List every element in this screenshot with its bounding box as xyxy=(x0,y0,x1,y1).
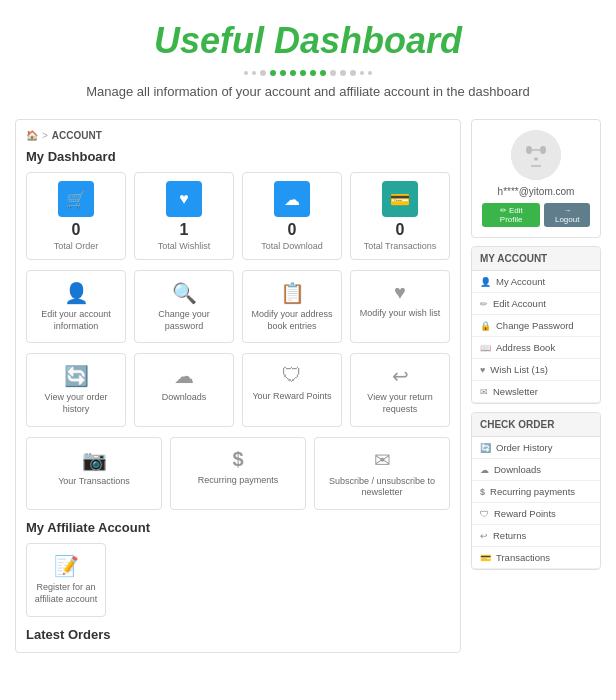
check-order-menu-header: CHECK ORDER xyxy=(472,413,600,437)
breadcrumb-home[interactable]: 🏠 xyxy=(26,130,38,141)
order-history-icon: 🔄 xyxy=(31,364,121,388)
downloads-action-icon: ☁ xyxy=(139,364,229,388)
avatar xyxy=(511,130,561,180)
downloads-menu-icon: ☁ xyxy=(480,465,489,475)
dot xyxy=(310,70,316,76)
change-password-menu-icon: 🔒 xyxy=(480,321,491,331)
my-account-menu-header: MY ACCOUNT xyxy=(472,247,600,271)
dot xyxy=(320,70,326,76)
affiliate-icon: 📝 xyxy=(31,554,101,578)
menu-item-wishlist[interactable]: ♥ Wish List (1s) xyxy=(472,359,600,381)
svg-point-1 xyxy=(526,146,532,154)
menu-item-edit-account-label: Edit Account xyxy=(493,298,546,309)
stats-row: 🛒 0 Total Order ♥ 1 Total Wishlist ☁ 0 T… xyxy=(26,172,450,260)
action-affiliate-register[interactable]: 📝 Register for an affiliate account xyxy=(26,543,106,616)
page-header: Useful Dashboard Manage all information … xyxy=(0,0,616,109)
reward-points-icon: 🛡 xyxy=(247,364,337,387)
action-downloads[interactable]: ☁ Downloads xyxy=(134,353,234,426)
menu-item-reward-points-label: Reward Points xyxy=(494,508,556,519)
menu-item-edit-account[interactable]: ✏ Edit Account xyxy=(472,293,600,315)
order-history-label: View your order history xyxy=(31,392,121,415)
affiliate-label: Register for an affiliate account xyxy=(31,582,101,605)
stat-card-downloads[interactable]: ☁ 0 Total Download xyxy=(242,172,342,260)
reward-points-menu-icon: 🛡 xyxy=(480,509,489,519)
action-grid-row3: 📷 Your Transactions $ Recurring payments… xyxy=(26,437,450,510)
dot xyxy=(290,70,296,76)
svg-point-0 xyxy=(511,130,561,180)
action-grid-row2: 🔄 View your order history ☁ Downloads 🛡 … xyxy=(26,353,450,426)
menu-item-recurring-label: Recurring payments xyxy=(490,486,575,497)
menu-item-transactions[interactable]: 💳 Transactions xyxy=(472,547,600,569)
orders-count: 0 xyxy=(31,221,121,239)
profile-actions: ✏ Edit Profile → Logout xyxy=(482,203,590,227)
recurring-payments-icon: $ xyxy=(175,448,301,471)
menu-item-order-history[interactable]: 🔄 Order History xyxy=(472,437,600,459)
dashboard-section-title: My Dashboard xyxy=(26,149,450,164)
menu-item-returns-label: Returns xyxy=(493,530,526,541)
menu-item-newsletter[interactable]: ✉ Newsletter xyxy=(472,381,600,403)
edit-account-icon: 👤 xyxy=(31,281,121,305)
menu-item-recurring[interactable]: $ Recurring payments xyxy=(472,481,600,503)
username: h****@yitom.com xyxy=(482,186,590,197)
breadcrumb: 🏠 > ACCOUNT xyxy=(26,130,450,141)
downloads-action-label: Downloads xyxy=(139,392,229,404)
downloads-count: 0 xyxy=(247,221,337,239)
your-transactions-icon: 📷 xyxy=(31,448,157,472)
menu-item-downloads[interactable]: ☁ Downloads xyxy=(472,459,600,481)
menu-item-my-account-label: My Account xyxy=(496,276,545,287)
stat-card-transactions[interactable]: 💳 0 Total Transactions xyxy=(350,172,450,260)
menu-item-newsletter-label: Newsletter xyxy=(493,386,538,397)
menu-item-address-book[interactable]: 📖 Address Book xyxy=(472,337,600,359)
edit-profile-button[interactable]: ✏ Edit Profile xyxy=(482,203,540,227)
action-edit-account[interactable]: 👤 Edit your account information xyxy=(26,270,126,343)
action-newsletter[interactable]: ✉ Subscribe / unsubscribe to newsletter xyxy=(314,437,450,510)
change-password-label: Change your password xyxy=(139,309,229,332)
dot xyxy=(368,71,372,75)
returns-icon: ↩ xyxy=(355,364,445,388)
dot xyxy=(280,70,286,76)
action-returns[interactable]: ↩ View your return requests xyxy=(350,353,450,426)
menu-item-returns[interactable]: ↩ Returns xyxy=(472,525,600,547)
orders-label: Total Order xyxy=(31,241,121,251)
menu-item-my-account[interactable]: 👤 My Account xyxy=(472,271,600,293)
address-book-icon: 📋 xyxy=(247,281,337,305)
menu-item-change-password-label: Change Password xyxy=(496,320,574,331)
logout-button[interactable]: → Logout xyxy=(544,203,590,227)
action-change-password[interactable]: 🔍 Change your password xyxy=(134,270,234,343)
menu-item-address-book-label: Address Book xyxy=(496,342,555,353)
menu-item-reward-points[interactable]: 🛡 Reward Points xyxy=(472,503,600,525)
wishlist-action-icon: ♥ xyxy=(355,281,445,304)
recurring-menu-icon: $ xyxy=(480,487,485,497)
edit-account-menu-icon: ✏ xyxy=(480,299,488,309)
dot xyxy=(340,70,346,76)
wishlist-action-label: Modify your wish list xyxy=(355,308,445,320)
reward-points-label: Your Reward Points xyxy=(247,391,337,403)
affiliate-section: My Affiliate Account 📝 Register for an a… xyxy=(26,520,450,616)
right-panel: h****@yitom.com ✏ Edit Profile → Logout … xyxy=(471,119,601,653)
action-reward-points[interactable]: 🛡 Your Reward Points xyxy=(242,353,342,426)
action-your-transactions[interactable]: 📷 Your Transactions xyxy=(26,437,162,510)
recurring-payments-label: Recurring payments xyxy=(175,475,301,487)
newsletter-menu-icon: ✉ xyxy=(480,387,488,397)
affiliate-section-title: My Affiliate Account xyxy=(26,520,450,535)
menu-item-change-password[interactable]: 🔒 Change Password xyxy=(472,315,600,337)
returns-label: View your return requests xyxy=(355,392,445,415)
stat-card-wishlist[interactable]: ♥ 1 Total Wishlist xyxy=(134,172,234,260)
newsletter-icon: ✉ xyxy=(319,448,445,472)
stat-card-orders[interactable]: 🛒 0 Total Order xyxy=(26,172,126,260)
downloads-icon: ☁ xyxy=(274,181,310,217)
transactions-label: Total Transactions xyxy=(355,241,445,251)
action-address-book[interactable]: 📋 Modify your address book entries xyxy=(242,270,342,343)
dot xyxy=(260,70,266,76)
profile-card: h****@yitom.com ✏ Edit Profile → Logout xyxy=(471,119,601,238)
svg-point-4 xyxy=(534,158,538,161)
change-password-icon: 🔍 xyxy=(139,281,229,305)
dot xyxy=(360,71,364,75)
action-wishlist[interactable]: ♥ Modify your wish list xyxy=(350,270,450,343)
dot xyxy=(244,71,248,75)
action-recurring-payments[interactable]: $ Recurring payments xyxy=(170,437,306,510)
action-order-history[interactable]: 🔄 View your order history xyxy=(26,353,126,426)
dot xyxy=(270,70,276,76)
left-panel: 🏠 > ACCOUNT My Dashboard 🛒 0 Total Order… xyxy=(15,119,461,653)
order-history-menu-icon: 🔄 xyxy=(480,443,491,453)
